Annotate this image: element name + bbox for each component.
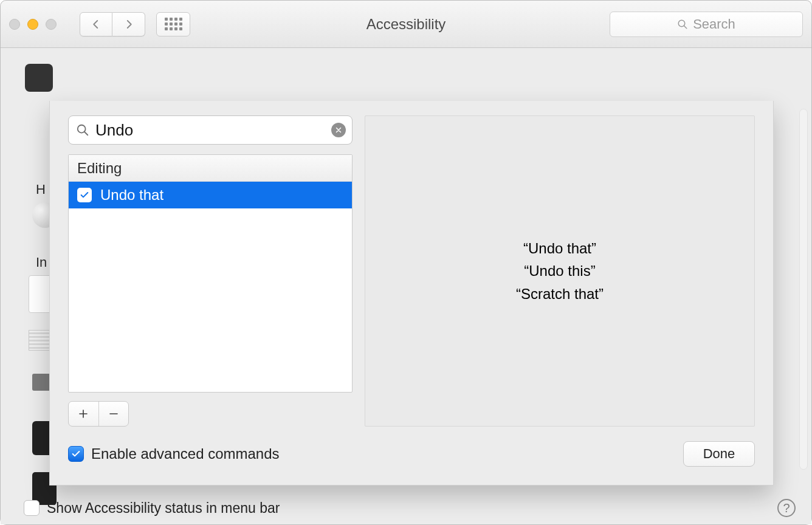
svg-line-1 xyxy=(684,26,687,29)
show-status-menu-bar[interactable]: Show Accessibility status in menu bar xyxy=(24,500,280,516)
vertical-scrollbar[interactable] xyxy=(799,109,808,470)
close-window-button[interactable] xyxy=(9,19,20,30)
add-remove-buttons xyxy=(68,401,129,427)
remove-command-button[interactable] xyxy=(98,402,129,426)
help-button[interactable]: ? xyxy=(777,499,796,517)
show-all-button[interactable] xyxy=(156,12,190,36)
minus-icon xyxy=(108,408,119,419)
toolbar-search-placeholder: Search xyxy=(693,16,735,32)
clear-search-button[interactable] xyxy=(331,123,346,137)
chevron-right-icon xyxy=(123,19,134,30)
show-status-checkbox[interactable] xyxy=(24,500,40,516)
forward-button[interactable] xyxy=(112,12,145,36)
checkmark-icon xyxy=(71,449,81,459)
commands-list-header: Editing xyxy=(69,155,352,182)
command-phrase: “Scratch that” xyxy=(516,283,604,305)
enable-advanced-commands[interactable]: Enable advanced commands xyxy=(68,445,280,462)
close-icon xyxy=(335,126,342,134)
commands-list-empty-area xyxy=(69,208,352,392)
bg-label-hearing: H xyxy=(36,182,46,197)
add-command-button[interactable] xyxy=(69,402,98,426)
toolbar-search[interactable]: Search xyxy=(610,12,803,37)
show-status-label: Show Accessibility status in menu bar xyxy=(47,500,280,516)
titlebar: Accessibility Search xyxy=(1,1,811,48)
back-button[interactable] xyxy=(80,12,112,36)
search-icon xyxy=(677,19,688,30)
bg-label-interacting: In xyxy=(36,255,47,270)
window-footer: Show Accessibility status in menu bar ? xyxy=(24,499,796,517)
command-row-label: Undo that xyxy=(100,187,163,204)
grid-icon xyxy=(165,18,182,30)
traffic-lights xyxy=(9,19,57,30)
zoom-window-button[interactable] xyxy=(46,19,57,30)
sheet-footer: Enable advanced commands Done xyxy=(68,441,755,467)
svg-line-3 xyxy=(84,132,88,136)
commands-search-field[interactable] xyxy=(68,115,353,145)
plus-icon xyxy=(78,408,89,419)
enable-advanced-label: Enable advanced commands xyxy=(91,445,280,462)
command-phrases: “Undo that” “Undo this” “Scratch that” xyxy=(516,237,604,305)
command-row-checkbox[interactable] xyxy=(77,188,92,202)
commands-list[interactable]: Editing Undo that xyxy=(68,154,353,393)
search-icon xyxy=(76,123,89,137)
chevron-left-icon xyxy=(91,19,102,30)
nav-buttons xyxy=(80,12,145,36)
window-body: H In E xyxy=(1,48,811,524)
preferences-window: Accessibility Search H In xyxy=(0,0,812,525)
checkmark-icon xyxy=(80,190,89,200)
enable-advanced-checkbox[interactable] xyxy=(68,446,84,462)
commands-left-column: Editing Undo that xyxy=(68,115,353,427)
commands-sheet: Editing Undo that xyxy=(49,101,774,486)
command-phrase: “Undo that” xyxy=(516,237,604,259)
command-row-undo-that[interactable]: Undo that xyxy=(69,182,352,208)
question-icon: ? xyxy=(783,501,790,515)
commands-search-input[interactable] xyxy=(95,121,325,140)
minimize-window-button[interactable] xyxy=(27,19,38,30)
done-button[interactable]: Done xyxy=(683,441,755,467)
command-phrase: “Undo this” xyxy=(516,259,604,282)
command-detail-pane: “Undo that” “Undo this” “Scratch that” xyxy=(365,115,755,427)
